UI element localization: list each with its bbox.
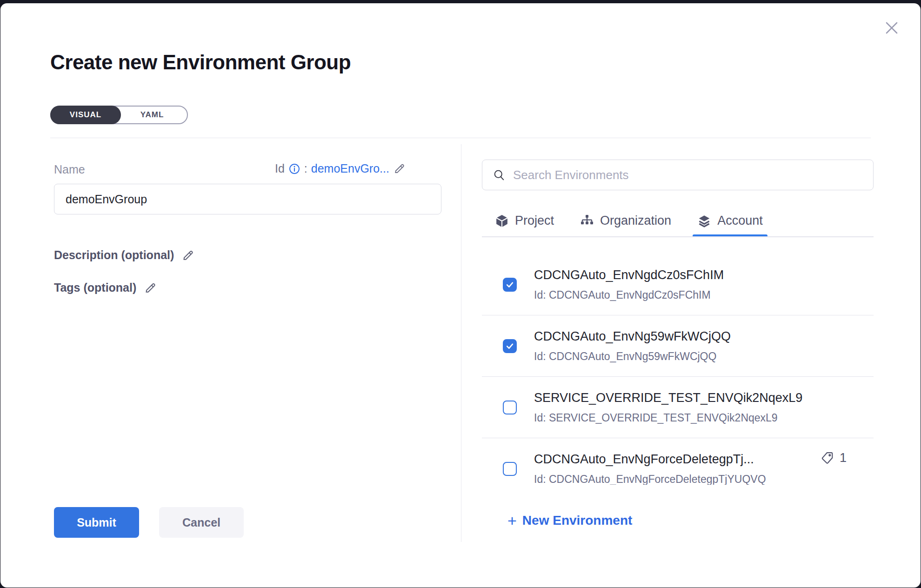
environment-checkbox[interactable] [503,278,517,292]
environment-id: Id: CDCNGAuto_EnvNgdCz0sFChIM [534,289,724,301]
scope-tabs: Project Organization Account [482,205,874,237]
environment-id: Id: CDCNGAuto_EnvNgForceDeletegpTjYUQVQ [534,473,766,485]
description-label: Description (optional) [54,248,174,262]
header-divider [50,138,871,138]
submit-button[interactable]: Submit [54,507,139,538]
description-row: Description (optional) [54,248,194,262]
environment-checkbox[interactable] [503,401,517,414]
cancel-button[interactable]: Cancel [159,507,244,538]
name-label: Name [54,163,85,176]
layers-icon [697,214,711,228]
tab-organization[interactable]: Organization [580,205,671,237]
new-environment-button[interactable]: + New Environment [507,513,632,528]
name-input[interactable] [54,184,441,214]
tab-account[interactable]: Account [697,205,763,237]
info-icon[interactable] [288,163,300,175]
id-separator: : [304,162,307,175]
environment-name: CDCNGAuto_EnvNgForceDeletegpTj... [534,452,766,467]
id-value-link[interactable]: demoEnvGro... [311,162,389,175]
tag-count: 1 [840,451,847,465]
search-icon [493,168,506,181]
modal-title: Create new Environment Group [50,51,351,74]
environment-row[interactable]: CDCNGAuto_EnvNgForceDeletegpTj... Id: CD… [482,438,874,485]
visual-yaml-toggle: VISUAL YAML [50,106,188,124]
tags-row: Tags (optional) [54,281,157,294]
toggle-yaml[interactable]: YAML [117,107,187,123]
tab-project-label: Project [515,214,554,228]
environment-text: CDCNGAuto_EnvNg59wFkWCjQQ Id: CDCNGAuto_… [534,329,731,363]
tag-count-badge: 1 [820,450,847,465]
search-environments-input[interactable] [513,168,863,182]
environment-id: Id: SERVICE_OVERRIDE_TEST_ENVQik2NqexL9 [534,412,802,424]
environment-text: CDCNGAuto_EnvNgdCz0sFChIM Id: CDCNGAuto_… [534,268,724,301]
tab-organization-label: Organization [600,214,671,228]
edit-description-icon[interactable] [181,249,194,262]
environment-row[interactable]: SERVICE_OVERRIDE_TEST_ENVQik2NqexL9 Id: … [482,377,874,438]
environment-list: CDCNGAuto_EnvNgdCz0sFChIM Id: CDCNGAuto_… [482,237,874,485]
id-label: Id [275,162,285,175]
search-environments-box[interactable] [482,160,874,190]
environment-name: CDCNGAuto_EnvNgdCz0sFChIM [534,268,724,282]
close-icon[interactable] [882,19,901,37]
toggle-visual[interactable]: VISUAL [50,106,121,124]
plus-icon: + [507,514,517,527]
environment-name: CDCNGAuto_EnvNg59wFkWCjQQ [534,329,731,344]
page-background: { "modal": { "title": "Create new Enviro… [0,0,921,588]
edit-id-icon[interactable] [393,162,406,175]
environment-text: CDCNGAuto_EnvNgForceDeletegpTj... Id: CD… [534,452,766,485]
sitemap-icon [580,214,594,228]
tab-project[interactable]: Project [495,205,554,237]
environment-row[interactable]: CDCNGAuto_EnvNgdCz0sFChIM Id: CDCNGAuto_… [482,254,874,315]
environment-name: SERVICE_OVERRIDE_TEST_ENVQik2NqexL9 [534,391,802,405]
environment-checkbox[interactable] [503,462,517,476]
new-environment-label: New Environment [522,513,632,528]
environment-id: Id: CDCNGAuto_EnvNg59wFkWCjQQ [534,350,731,363]
tag-icon [820,450,835,465]
environment-text: SERVICE_OVERRIDE_TEST_ENVQik2NqexL9 Id: … [534,391,802,424]
tab-account-label: Account [717,214,763,228]
create-env-group-modal: Create new Environment Group VISUAL YAML… [0,3,921,588]
edit-tags-icon[interactable] [144,281,157,294]
panel-divider [461,144,461,542]
check-icon [505,341,514,351]
id-row: Id : demoEnvGro... [275,162,442,175]
tags-label: Tags (optional) [54,281,136,294]
environment-row[interactable]: CDCNGAuto_EnvNg59wFkWCjQQ Id: CDCNGAuto_… [482,315,874,377]
check-icon [505,280,514,289]
cube-icon [495,214,509,228]
environment-checkbox[interactable] [503,339,517,353]
